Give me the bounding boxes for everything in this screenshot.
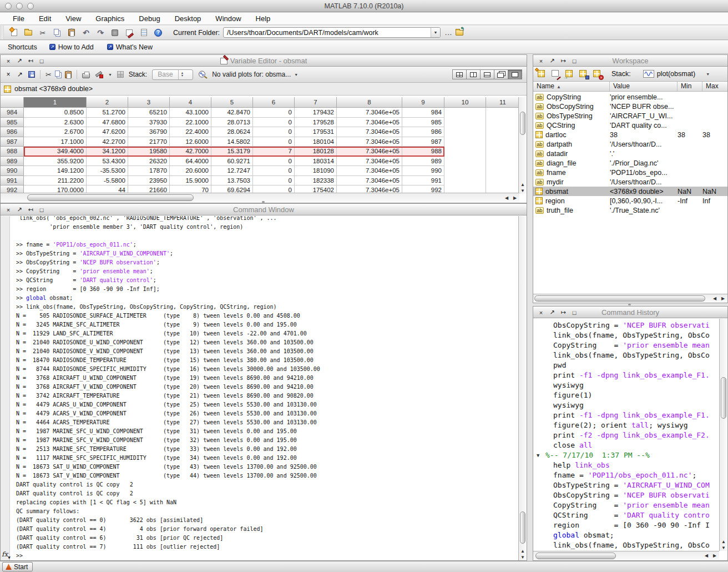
workspace-row-QCString[interactable]: QCString'DART quality co... <box>533 121 727 130</box>
ch-hscroll-thumb[interactable] <box>535 553 616 559</box>
brush-dropdown-icon[interactable]: ▼ <box>108 73 112 77</box>
row-header-986[interactable]: 986 <box>1 127 24 137</box>
cell-985-11[interactable] <box>486 118 519 128</box>
variable-table[interactable]: 12345678910119840.850051.27006521043.100… <box>1 97 519 194</box>
print-icon[interactable] <box>82 73 90 78</box>
ch-horizontal-scrollbar[interactable]: ◀ ▶ <box>533 551 719 560</box>
menu-graphics[interactable]: Graphics <box>88 13 132 25</box>
cell-990-9[interactable]: 990 <box>402 166 444 176</box>
cell-986-7[interactable]: 179531 <box>295 127 337 137</box>
variable-tab[interactable]: obsmat <3768x9 double> <box>1 83 527 96</box>
ve-horizontal-scrollbar[interactable]: ◀ ▶ <box>1 193 519 203</box>
column-header-7[interactable]: 7 <box>295 97 337 108</box>
redo-icon[interactable] <box>93 27 108 39</box>
help-icon[interactable] <box>151 27 165 39</box>
cell-988-8[interactable]: 7.3046e+05 <box>337 147 402 157</box>
ws-column-max[interactable]: Max <box>702 82 727 91</box>
copy-icon[interactable] <box>55 71 60 77</box>
cell-991-2[interactable]: -5.5800 <box>87 176 128 186</box>
history-command[interactable]: print -f1 -dpng link_obs_example_F1. <box>533 410 719 420</box>
cell-991-10[interactable] <box>444 176 486 186</box>
new-variable-icon[interactable] <box>538 70 546 78</box>
cell-989-9[interactable]: 989 <box>402 157 444 167</box>
table-row[interactable]: 988349.400034.12001958042.700015.3179718… <box>1 147 519 157</box>
cell-985-9[interactable]: 985 <box>402 118 444 128</box>
menu-view[interactable]: View <box>58 13 88 25</box>
shortcut-what-s-new[interactable]: What's New <box>107 43 153 51</box>
cell-990-5[interactable]: 12.7247 <box>211 166 253 176</box>
workspace-variable-list[interactable]: CopyString'prior ensemble...ObsCopyStrin… <box>533 92 727 294</box>
column-header-10[interactable]: 10 <box>444 97 486 108</box>
cell-990-11[interactable] <box>486 166 519 176</box>
cell-987-8[interactable]: 7.3046e+05 <box>337 137 402 147</box>
history-command[interactable]: figure(2); orient tall; wysiwyg <box>533 420 719 430</box>
table-row[interactable]: 989355.920053.43002632064.400060.9271018… <box>1 157 519 167</box>
cell-986-8[interactable]: 7.3046e+05 <box>337 127 402 137</box>
import-data-icon[interactable]: → <box>565 70 574 78</box>
cw-vertical-scrollbar[interactable]: ▲ ▼ <box>518 216 527 560</box>
workspace-column-headers[interactable]: Name▲ValueMinMax <box>533 82 727 92</box>
cell-988-6[interactable]: 7 <box>253 147 295 157</box>
column-header-2[interactable]: 2 <box>87 97 128 108</box>
row-header-990[interactable]: 990 <box>1 166 24 176</box>
cell-984-7[interactable]: 179432 <box>295 108 337 118</box>
cell-984-11[interactable] <box>486 108 519 118</box>
layout-single-button[interactable] <box>508 69 522 79</box>
workspace-row-ObsTypeString[interactable]: ObsTypeString'AIRCRAFT_U_WI... <box>533 111 727 121</box>
cell-991-11[interactable] <box>486 176 519 186</box>
cell-989-2[interactable]: 53.4300 <box>87 157 128 167</box>
ve-vscroll-thumb[interactable] <box>520 112 525 135</box>
history-command[interactable]: global obsmat; <box>533 530 719 540</box>
close-icon[interactable]: × <box>5 71 12 78</box>
history-command[interactable]: print -f1 -dpng link_obs_example_F1. <box>533 370 719 380</box>
workspace-row-obsmat[interactable]: obsmat<3768x9 double>NaNNaN <box>533 187 727 196</box>
up-one-directory-icon[interactable] <box>452 27 467 39</box>
function-hints-icon[interactable]: fx▼ <box>2 550 11 559</box>
save-icon[interactable] <box>28 71 35 78</box>
cell-986-3[interactable]: 36790 <box>128 127 170 137</box>
cell-990-10[interactable] <box>444 166 486 176</box>
cell-985-3[interactable]: 37930 <box>128 118 170 128</box>
cell-987-6[interactable]: 0 <box>253 137 295 147</box>
cell-991-9[interactable]: 991 <box>402 176 444 186</box>
undock-icon[interactable]: ↗ <box>17 71 23 78</box>
table-corner-cell[interactable] <box>1 97 24 108</box>
cell-987-3[interactable]: 21770 <box>128 137 170 147</box>
cell-986-2[interactable]: 47.6200 <box>87 127 128 137</box>
cell-988-11[interactable] <box>486 147 519 157</box>
cw-vscroll-thumb[interactable] <box>520 511 525 544</box>
cell-985-10[interactable] <box>444 118 486 128</box>
history-command[interactable]: figure(1) <box>533 390 719 400</box>
table-row[interactable]: 98717.100042.27002177012.600014.58020180… <box>1 137 519 147</box>
cell-990-8[interactable]: 7.3046e+05 <box>337 166 402 176</box>
scroll-down-icon[interactable]: ▼ <box>519 555 527 560</box>
cell-987-7[interactable]: 180104 <box>295 137 337 147</box>
menu-file[interactable]: File <box>6 13 32 25</box>
table-row[interactable]: 9852.630047.68003793022.100028.071301795… <box>1 118 519 128</box>
cell-987-2[interactable]: 42.2700 <box>87 137 128 147</box>
cell-989-4[interactable]: 64.4000 <box>170 157 211 167</box>
ws-column-min[interactable]: Min <box>678 82 702 91</box>
chevron-down-icon[interactable]: ▼ <box>431 28 440 37</box>
history-command[interactable]: link_obs(fname, ObsTypeString, ObsCo <box>533 540 719 550</box>
column-header-8[interactable]: 8 <box>337 97 402 108</box>
cell-991-5[interactable]: 13.7503 <box>211 176 253 186</box>
cell-991-7[interactable]: 182338 <box>295 176 337 186</box>
cell-989-5[interactable]: 60.9271 <box>211 157 253 167</box>
shortcut-how-to-add[interactable]: How to Add <box>49 43 94 51</box>
undo-icon[interactable] <box>79 27 93 39</box>
cell-987-9[interactable]: 987 <box>402 137 444 147</box>
stack-select[interactable]: Base ▲▼ <box>152 69 193 80</box>
cell-991-4[interactable]: 15.9000 <box>170 176 211 186</box>
cell-985-8[interactable]: 7.3046e+05 <box>337 118 402 128</box>
scroll-down-icon[interactable]: ▼ <box>519 188 527 193</box>
history-command[interactable]: link_obs(fname, ObsTypeString, ObsCo <box>533 350 719 360</box>
ws-hscroll-thumb[interactable] <box>534 295 705 302</box>
scroll-up-icon[interactable]: ▲ <box>519 182 527 187</box>
menu-debug[interactable]: Debug <box>132 13 167 25</box>
workspace-row-CopyString[interactable]: CopyString'prior ensemble... <box>533 92 727 102</box>
start-button[interactable]: Start <box>2 562 33 571</box>
cell-988-1[interactable]: 349.4000 <box>24 147 87 157</box>
workspace-row-dartloc[interactable]: dartloc383838 <box>533 130 727 139</box>
copy-icon[interactable] <box>50 27 64 39</box>
